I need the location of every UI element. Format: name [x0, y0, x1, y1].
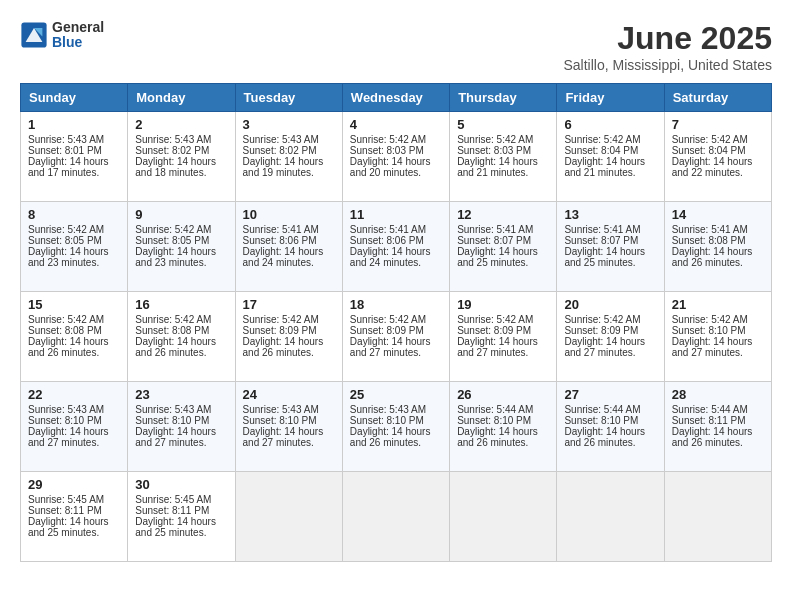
calendar-cell: 22Sunrise: 5:43 AMSunset: 8:10 PMDayligh…: [21, 382, 128, 472]
sunset-label: Sunset: 8:09 PM: [457, 325, 531, 336]
calendar-cell: 16Sunrise: 5:42 AMSunset: 8:08 PMDayligh…: [128, 292, 235, 382]
sunrise-label: Sunrise: 5:42 AM: [457, 134, 533, 145]
day-number: 13: [564, 207, 656, 222]
sunset-label: Sunset: 8:09 PM: [564, 325, 638, 336]
daylight-label: Daylight: 14 hours and 26 minutes.: [243, 336, 324, 358]
sunset-label: Sunset: 8:11 PM: [135, 505, 209, 516]
sunset-label: Sunset: 8:11 PM: [672, 415, 746, 426]
sunset-label: Sunset: 8:10 PM: [243, 415, 317, 426]
calendar-cell: 1Sunrise: 5:43 AMSunset: 8:01 PMDaylight…: [21, 112, 128, 202]
logo: General Blue: [20, 20, 104, 51]
daylight-label: Daylight: 14 hours and 18 minutes.: [135, 156, 216, 178]
day-number: 30: [135, 477, 227, 492]
day-number: 26: [457, 387, 549, 402]
day-number: 1: [28, 117, 120, 132]
sunrise-label: Sunrise: 5:41 AM: [672, 224, 748, 235]
calendar-cell: 28Sunrise: 5:44 AMSunset: 8:11 PMDayligh…: [664, 382, 771, 472]
sunrise-label: Sunrise: 5:42 AM: [28, 314, 104, 325]
sunrise-label: Sunrise: 5:42 AM: [564, 134, 640, 145]
logo-general: General: [52, 20, 104, 35]
calendar-cell: 24Sunrise: 5:43 AMSunset: 8:10 PMDayligh…: [235, 382, 342, 472]
calendar-cell: [342, 472, 449, 562]
sunrise-label: Sunrise: 5:44 AM: [672, 404, 748, 415]
sunrise-label: Sunrise: 5:41 AM: [243, 224, 319, 235]
sunrise-label: Sunrise: 5:41 AM: [350, 224, 426, 235]
calendar-cell: [450, 472, 557, 562]
sunrise-label: Sunrise: 5:43 AM: [135, 134, 211, 145]
sunset-label: Sunset: 8:02 PM: [135, 145, 209, 156]
day-number: 17: [243, 297, 335, 312]
sunset-label: Sunset: 8:02 PM: [243, 145, 317, 156]
sunset-label: Sunset: 8:11 PM: [28, 505, 102, 516]
calendar-cell: 15Sunrise: 5:42 AMSunset: 8:08 PMDayligh…: [21, 292, 128, 382]
calendar-week: 1Sunrise: 5:43 AMSunset: 8:01 PMDaylight…: [21, 112, 772, 202]
sunset-label: Sunset: 8:10 PM: [135, 415, 209, 426]
sunrise-label: Sunrise: 5:42 AM: [350, 314, 426, 325]
daylight-label: Daylight: 14 hours and 25 minutes.: [457, 246, 538, 268]
daylight-label: Daylight: 14 hours and 25 minutes.: [135, 516, 216, 538]
sunrise-label: Sunrise: 5:41 AM: [457, 224, 533, 235]
sunrise-label: Sunrise: 5:45 AM: [135, 494, 211, 505]
calendar-week: 22Sunrise: 5:43 AMSunset: 8:10 PMDayligh…: [21, 382, 772, 472]
sunrise-label: Sunrise: 5:43 AM: [135, 404, 211, 415]
sunrise-label: Sunrise: 5:43 AM: [243, 404, 319, 415]
calendar-cell: 4Sunrise: 5:42 AMSunset: 8:03 PMDaylight…: [342, 112, 449, 202]
header-day: Wednesday: [342, 84, 449, 112]
header-day: Friday: [557, 84, 664, 112]
day-number: 24: [243, 387, 335, 402]
day-number: 25: [350, 387, 442, 402]
daylight-label: Daylight: 14 hours and 24 minutes.: [350, 246, 431, 268]
sunrise-label: Sunrise: 5:42 AM: [28, 224, 104, 235]
sunrise-label: Sunrise: 5:42 AM: [457, 314, 533, 325]
day-number: 12: [457, 207, 549, 222]
calendar-cell: [664, 472, 771, 562]
header-day: Tuesday: [235, 84, 342, 112]
sunset-label: Sunset: 8:08 PM: [135, 325, 209, 336]
sunset-label: Sunset: 8:10 PM: [28, 415, 102, 426]
daylight-label: Daylight: 14 hours and 27 minutes.: [243, 426, 324, 448]
calendar-title: June 2025: [563, 20, 772, 57]
sunrise-label: Sunrise: 5:42 AM: [564, 314, 640, 325]
sunrise-label: Sunrise: 5:44 AM: [457, 404, 533, 415]
calendar-table: SundayMondayTuesdayWednesdayThursdayFrid…: [20, 83, 772, 562]
calendar-cell: 21Sunrise: 5:42 AMSunset: 8:10 PMDayligh…: [664, 292, 771, 382]
daylight-label: Daylight: 14 hours and 27 minutes.: [28, 426, 109, 448]
page-header: General Blue June 2025 Saltillo, Mississ…: [20, 20, 772, 73]
daylight-label: Daylight: 14 hours and 26 minutes.: [28, 336, 109, 358]
sunrise-label: Sunrise: 5:42 AM: [135, 224, 211, 235]
day-number: 19: [457, 297, 549, 312]
sunset-label: Sunset: 8:04 PM: [672, 145, 746, 156]
sunrise-label: Sunrise: 5:42 AM: [350, 134, 426, 145]
logo-text: General Blue: [52, 20, 104, 51]
day-number: 4: [350, 117, 442, 132]
sunset-label: Sunset: 8:06 PM: [243, 235, 317, 246]
daylight-label: Daylight: 14 hours and 26 minutes.: [135, 336, 216, 358]
calendar-header: SundayMondayTuesdayWednesdayThursdayFrid…: [21, 84, 772, 112]
sunrise-label: Sunrise: 5:43 AM: [350, 404, 426, 415]
daylight-label: Daylight: 14 hours and 27 minutes.: [672, 336, 753, 358]
day-number: 10: [243, 207, 335, 222]
daylight-label: Daylight: 14 hours and 25 minutes.: [28, 516, 109, 538]
sunrise-label: Sunrise: 5:43 AM: [28, 134, 104, 145]
sunset-label: Sunset: 8:09 PM: [350, 325, 424, 336]
calendar-cell: 11Sunrise: 5:41 AMSunset: 8:06 PMDayligh…: [342, 202, 449, 292]
sunset-label: Sunset: 8:08 PM: [28, 325, 102, 336]
daylight-label: Daylight: 14 hours and 26 minutes.: [672, 246, 753, 268]
sunset-label: Sunset: 8:06 PM: [350, 235, 424, 246]
sunset-label: Sunset: 8:10 PM: [672, 325, 746, 336]
daylight-label: Daylight: 14 hours and 19 minutes.: [243, 156, 324, 178]
header-day: Monday: [128, 84, 235, 112]
daylight-label: Daylight: 14 hours and 24 minutes.: [243, 246, 324, 268]
calendar-cell: [557, 472, 664, 562]
sunrise-label: Sunrise: 5:42 AM: [672, 134, 748, 145]
calendar-cell: 30Sunrise: 5:45 AMSunset: 8:11 PMDayligh…: [128, 472, 235, 562]
daylight-label: Daylight: 14 hours and 26 minutes.: [350, 426, 431, 448]
sunset-label: Sunset: 8:03 PM: [350, 145, 424, 156]
sunset-label: Sunset: 8:01 PM: [28, 145, 102, 156]
day-number: 7: [672, 117, 764, 132]
daylight-label: Daylight: 14 hours and 23 minutes.: [28, 246, 109, 268]
calendar-cell: 17Sunrise: 5:42 AMSunset: 8:09 PMDayligh…: [235, 292, 342, 382]
day-number: 21: [672, 297, 764, 312]
sunrise-label: Sunrise: 5:42 AM: [135, 314, 211, 325]
calendar-subtitle: Saltillo, Mississippi, United States: [563, 57, 772, 73]
